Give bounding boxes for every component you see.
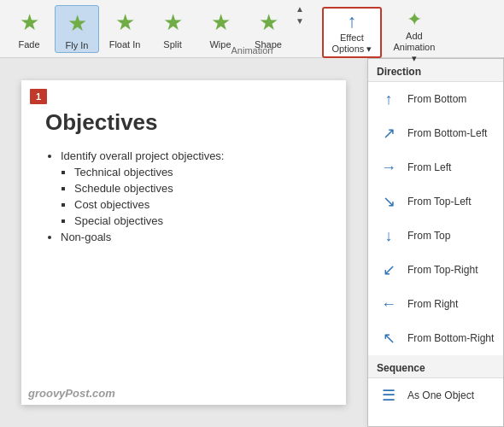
anim-icon-split: ★: [157, 7, 188, 38]
add-animation-icon: ✦: [407, 9, 422, 31]
dropdown-panel: Direction ↑ From Bottom ↗ From Bottom-Le…: [367, 58, 504, 427]
anim-icon-wipe: ★: [205, 7, 236, 38]
star-icon: ★: [163, 9, 183, 36]
scroll-up-icon[interactable]: ▲: [296, 3, 304, 15]
slide-content: Identify overall project objectives: Tec…: [45, 149, 322, 243]
slide-area: 1 Objectives Identify overall project ob…: [0, 58, 367, 427]
direction-item[interactable]: → From Left: [368, 150, 503, 184]
list-item: Identify overall project objectives:: [61, 149, 322, 162]
effect-options-arrow-icon: ↑: [347, 10, 356, 32]
anim-item-shape[interactable]: ★ Shape: [246, 5, 290, 51]
anim-icon-shape: ★: [253, 7, 284, 38]
direction-arrow-icon: ↘: [377, 190, 401, 214]
slide-number: 1: [30, 89, 47, 104]
direction-label: From Left: [407, 161, 451, 173]
direction-label: From Top: [407, 230, 450, 242]
star-icon: ★: [211, 9, 231, 36]
direction-arrow-icon: ←: [377, 292, 401, 316]
direction-item[interactable]: ↗ From Bottom-Left: [368, 116, 503, 150]
direction-item[interactable]: ↘ From Top-Left: [368, 184, 503, 219]
direction-label: From Bottom-Right: [407, 332, 494, 344]
animation-group-label: Animation: [0, 45, 504, 56]
sub-list-item: Technical objectives: [74, 166, 322, 178]
direction-arrow-icon: →: [377, 155, 401, 179]
scroll-down-icon[interactable]: ▼: [296, 15, 304, 27]
add-animation-button[interactable]: ✦ AddAnimation ▾: [389, 7, 440, 67]
sub-list-item: Special objectives: [74, 214, 322, 227]
sub-list-item: Cost objectives: [74, 198, 322, 211]
direction-item[interactable]: ↑ From Bottom: [368, 82, 503, 116]
direction-item[interactable]: ↙ From Top-Right: [368, 253, 503, 287]
sequence-item[interactable]: ☰ As One Object: [368, 378, 503, 412]
list-item: Non-goals: [61, 231, 322, 243]
direction-item[interactable]: ← From Right: [368, 287, 503, 321]
star-icon: ★: [67, 10, 87, 37]
direction-item[interactable]: ↖ From Bottom-Right: [368, 321, 503, 355]
direction-label: From Right: [407, 298, 458, 310]
watermark: groovyPost.com: [28, 387, 115, 400]
slide-title: Objectives: [45, 109, 322, 136]
anim-icon-float-in: ★: [109, 7, 140, 38]
sequence-section-title: Sequence: [368, 355, 503, 378]
anim-item-fade[interactable]: ★ Fade: [7, 5, 51, 51]
direction-arrow-icon: ↑: [377, 87, 401, 111]
sub-list-item: Schedule objectives: [74, 182, 322, 195]
direction-arrow-icon: ↗: [377, 121, 401, 145]
sequence-label: As One Object: [407, 389, 474, 401]
direction-arrow-icon: ↙: [377, 258, 401, 282]
anim-icon-fade: ★: [14, 7, 44, 38]
anim-item-split[interactable]: ★ Split: [150, 5, 195, 51]
anim-item-wipe[interactable]: ★ Wipe: [198, 5, 243, 51]
direction-label: From Bottom-Left: [407, 127, 487, 139]
anim-icon-fly-in: ★: [62, 8, 92, 38]
scroll-arrows[interactable]: ▲ ▼: [294, 3, 306, 27]
star-icon: ★: [115, 9, 135, 36]
anim-item-float-in[interactable]: ★ Float In: [103, 5, 147, 51]
direction-label: From Top-Right: [407, 264, 478, 276]
direction-arrow-icon: ↓: [377, 224, 401, 248]
slide: 1 Objectives Identify overall project ob…: [21, 80, 346, 405]
star-icon: ★: [20, 9, 39, 36]
direction-label: From Top-Left: [407, 196, 471, 208]
star-icon: ★: [259, 9, 278, 36]
direction-item[interactable]: ↓ From Top: [368, 219, 503, 253]
direction-arrow-icon: ↖: [377, 326, 401, 350]
sequence-icon: ☰: [377, 383, 401, 407]
direction-label: From Bottom: [407, 93, 466, 105]
ribbon: ★ Fade ★ Fly In ★ Float In ★ Split ★ Wip…: [0, 0, 504, 58]
main-area: 1 Objectives Identify overall project ob…: [0, 58, 504, 427]
